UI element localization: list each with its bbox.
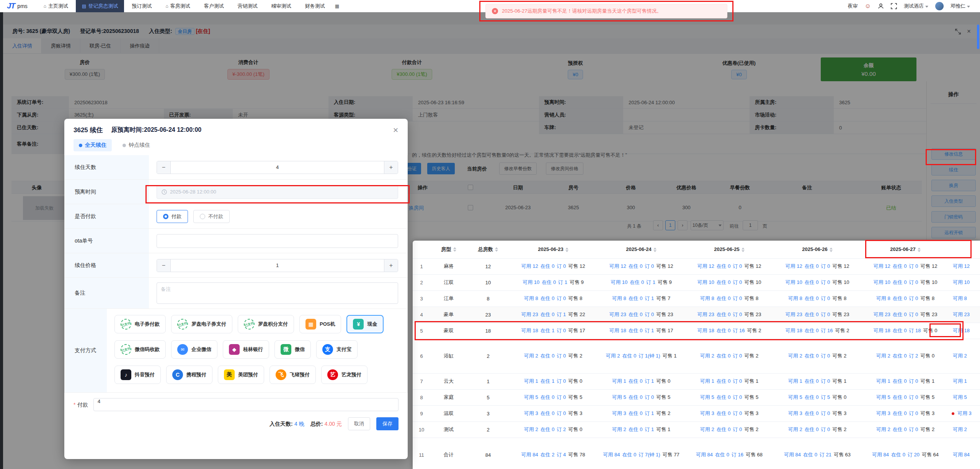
availability-link[interactable]: 订 16 [821,328,833,333]
availability-link[interactable]: 可用 2 [524,353,538,359]
availability-link[interactable]: 可用 10 [874,279,890,285]
availability-link[interactable]: 订 1 [558,279,567,285]
availability-link[interactable]: 订 0 [733,353,742,359]
availability-link[interactable]: 在住 0 [893,378,907,384]
availability-link[interactable]: 订 0 [909,394,918,400]
availability-link[interactable]: 订 0 [557,353,566,359]
availability-link[interactable]: 在住 0 [542,279,556,285]
availability-link[interactable]: 订 0 [557,328,566,333]
availability-link[interactable]: 可用 18 [609,328,626,333]
availability-link[interactable]: 订 0 [645,394,654,400]
availability-link[interactable]: 在住 0 [630,279,644,285]
tab-full-day-renew[interactable]: 全天续住 [74,139,112,151]
availability-link[interactable]: 可用 84 [872,452,889,458]
availability-link[interactable]: 订 0 [821,263,830,269]
availability-link[interactable]: 在住 0 [805,426,819,432]
availability-link[interactable]: 在住 0 [893,410,907,416]
availability-link[interactable]: 订 16 [732,452,743,458]
availability-link[interactable]: 订 0 [909,263,918,269]
availability-link[interactable]: 可用 2 [953,426,967,432]
availability-link[interactable]: 在住 0 [805,279,819,285]
sort-icon[interactable] [918,248,921,252]
radio-pay[interactable]: 付款 [157,210,188,223]
availability-link[interactable]: 在住 0 [541,394,555,400]
availability-link[interactable]: 在住 0 [629,410,643,416]
availability-link[interactable]: 订 0 [733,394,742,400]
availability-link[interactable]: 在住 0 [893,312,907,317]
availability-header-7[interactable]: 2025-06-27 [861,241,949,258]
availability-link[interactable]: 在住 0 [805,312,819,317]
increment-button[interactable]: + [384,161,398,174]
availability-link[interactable]: 在住 0 [541,410,555,416]
availability-link[interactable]: 可用 5 [700,394,714,400]
availability-link[interactable]: 订 0 [909,378,918,384]
scrollbar-thumb[interactable] [977,25,979,49]
availability-link[interactable]: 可用 10 [523,279,539,285]
availability-link[interactable]: 可用 8 [524,295,538,301]
availability-link[interactable]: 在住 0 [893,263,907,269]
availability-link[interactable]: 可用 2 [876,353,890,359]
availability-link[interactable]: 可用 10 [953,279,970,285]
availability-header-6[interactable]: 2025-06-26 [773,241,861,258]
sort-icon[interactable] [830,248,833,252]
availability-link[interactable]: 可用 5 [876,394,890,400]
availability-link[interactable]: 在住 0 [629,312,643,317]
payment-method-wechat-9[interactable]: 微微信 [274,340,311,359]
availability-link[interactable]: 订 0 [821,426,830,432]
availability-link[interactable]: 订 1 [645,295,654,301]
cancel-button[interactable]: 取消 [348,417,370,430]
availability-link[interactable]: 订 0 [821,410,830,416]
payment-method-alipay-10[interactable]: 支支付宝 [316,340,358,359]
availability-link[interactable]: 可用 18 [953,328,970,333]
payment-method-cash-5[interactable]: ¥现金 [346,315,384,333]
payment-method-elong-15[interactable]: 艺艺龙预付 [321,366,368,384]
availability-link[interactable]: 可用 2 [876,426,890,432]
availability-link[interactable]: 可用 1 [876,378,890,384]
payment-amount-input[interactable]: 4 [93,398,399,411]
availability-link[interactable]: 可用 12 [874,263,890,269]
nav-item-1[interactable]: ⌂主页测试 [38,0,74,12]
payment-method-ctrip-12[interactable]: C携程预付 [166,366,212,384]
availability-link[interactable]: 在住 0 [805,353,819,359]
availability-link[interactable]: 在住 0 [717,426,731,432]
availability-link[interactable]: 订 0 [821,353,830,359]
availability-link[interactable]: 订 0 [557,394,566,400]
availability-link[interactable]: 订 0 [821,295,830,301]
nav-item-7[interactable]: 稽审测试 [265,0,297,12]
availability-link[interactable]: 订 0 [733,279,742,285]
availability-link[interactable]: 可用 84 [696,452,713,458]
availability-header-2[interactable]: 总房数 [467,241,509,258]
availability-link[interactable]: 可用 18 [521,328,538,333]
availability-link[interactable]: 可用 18 [697,328,714,333]
availability-link[interactable]: 可用 2 [953,353,967,359]
availability-link[interactable]: 订 0 [821,279,830,285]
availability-link[interactable]: 在住 0 [893,295,907,301]
availability-link[interactable]: 订 1 [645,378,654,384]
availability-link[interactable]: 在住 0 [805,295,819,301]
payment-method-wecom-7[interactable]: ✉企业微信 [171,340,217,359]
availability-link[interactable]: 订 1 [557,312,566,317]
availability-link[interactable]: 在住 0 [629,328,643,333]
availability-link[interactable]: 订 0 [733,263,742,269]
availability-link[interactable]: 可用 84 [784,452,801,458]
availability-link[interactable]: 在住 0 [629,295,643,301]
availability-link[interactable]: 可用 12 [953,263,970,269]
availability-link[interactable]: 在住 0 [893,279,907,285]
availability-link[interactable]: 可用 8 [612,295,626,301]
availability-link[interactable]: 在住 0 [717,410,731,416]
renew-days-value[interactable]: 4 [171,161,384,174]
availability-link[interactable]: 订 0 [733,410,742,416]
hotel-selector[interactable]: 测试酒店 [904,3,928,10]
availability-link[interactable]: 可用 2 [788,426,802,432]
availability-link[interactable]: 订 0 [909,279,918,285]
availability-link[interactable]: 可用 3 [700,410,714,416]
availability-link[interactable]: 订 0 [909,295,918,301]
availability-link[interactable]: 在住 2 [541,452,555,458]
availability-link[interactable]: 可用 23 [521,312,538,317]
nav-item-5[interactable]: 客户测试 [198,0,230,12]
sort-icon[interactable] [565,248,568,252]
availability-link[interactable]: 可用 2 [524,426,538,432]
availability-link[interactable]: 在住 0 [717,328,731,333]
increment-button[interactable]: + [384,259,398,272]
sort-icon[interactable] [742,248,745,252]
